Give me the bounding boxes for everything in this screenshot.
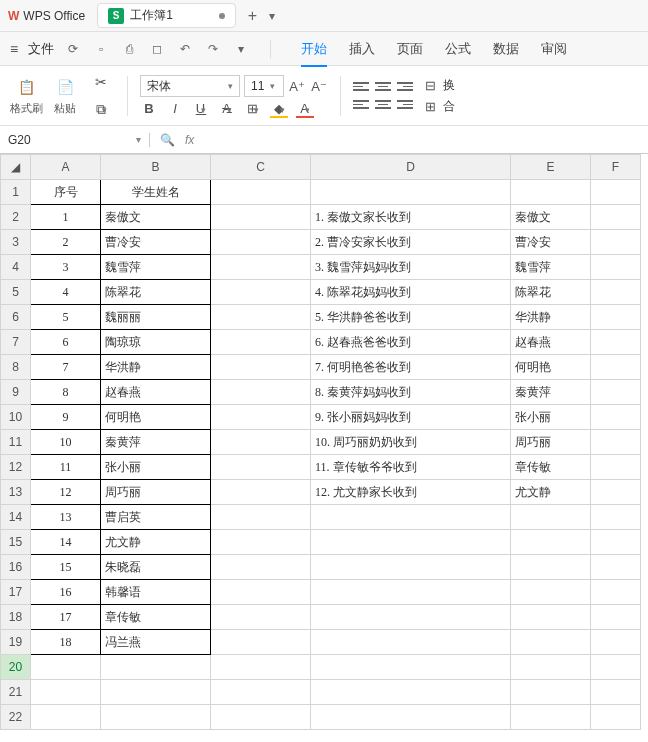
file-menu[interactable]: 文件 — [28, 40, 54, 58]
cell[interactable]: 何明艳 — [101, 405, 211, 430]
preview-icon[interactable]: ◻ — [148, 40, 166, 58]
tab-formula[interactable]: 公式 — [445, 40, 471, 58]
col-header-F[interactable]: F — [591, 155, 641, 180]
row-header[interactable]: 6 — [1, 305, 31, 330]
hamburger-icon[interactable]: ≡ — [10, 41, 18, 57]
more-icon[interactable]: ▾ — [232, 40, 250, 58]
cell[interactable] — [211, 255, 311, 280]
cell[interactable] — [511, 180, 591, 205]
row-header[interactable]: 4 — [1, 255, 31, 280]
strike-button[interactable]: A▾ — [218, 101, 236, 116]
wrap-icon[interactable]: ⊟ — [421, 78, 439, 93]
cell[interactable] — [31, 680, 101, 705]
cell[interactable]: 序号 — [31, 180, 101, 205]
row-header[interactable]: 12 — [1, 455, 31, 480]
decrease-font-icon[interactable]: A⁻ — [310, 79, 328, 94]
sync-icon[interactable]: ⟳ — [64, 40, 82, 58]
cell[interactable]: 华洪静 — [101, 355, 211, 380]
cell[interactable]: 1 — [31, 205, 101, 230]
cell[interactable] — [211, 680, 311, 705]
cell[interactable]: 魏雪萍 — [101, 255, 211, 280]
row-header[interactable]: 15 — [1, 530, 31, 555]
cell[interactable] — [211, 605, 311, 630]
cell[interactable]: 韩馨语 — [101, 580, 211, 605]
cell[interactable]: 华洪静 — [511, 305, 591, 330]
cell[interactable]: 11. 章传敏爷爷收到 — [311, 455, 511, 480]
align-left-icon[interactable] — [353, 98, 369, 112]
cell[interactable]: 11 — [31, 455, 101, 480]
cell[interactable] — [511, 555, 591, 580]
cell[interactable] — [311, 555, 511, 580]
cell[interactable]: 张小丽 — [101, 455, 211, 480]
cell[interactable] — [211, 455, 311, 480]
cut-icon[interactable]: ✂ — [87, 70, 115, 94]
cell[interactable]: 魏雪萍 — [511, 255, 591, 280]
tab-data[interactable]: 数据 — [493, 40, 519, 58]
format-brush-icon[interactable]: 📋 — [13, 75, 41, 99]
cell[interactable]: 18 — [31, 630, 101, 655]
borders-button[interactable]: ⊞▾ — [244, 101, 262, 116]
cell[interactable] — [211, 330, 311, 355]
row-header[interactable]: 5 — [1, 280, 31, 305]
cell[interactable] — [591, 480, 641, 505]
cell[interactable]: 秦黄萍 — [511, 380, 591, 405]
cell[interactable]: 曹冷安 — [511, 230, 591, 255]
cell[interactable] — [31, 705, 101, 730]
tab-page[interactable]: 页面 — [397, 40, 423, 58]
cell[interactable] — [511, 630, 591, 655]
row-header[interactable]: 22 — [1, 705, 31, 730]
fx-icon[interactable]: fx — [185, 133, 194, 147]
cell[interactable] — [101, 680, 211, 705]
chevron-down-icon[interactable]: ▾ — [136, 134, 141, 145]
cell[interactable] — [511, 705, 591, 730]
col-header-D[interactable]: D — [311, 155, 511, 180]
row-header[interactable]: 17 — [1, 580, 31, 605]
cell[interactable] — [591, 430, 641, 455]
cell[interactable]: 赵春燕 — [101, 380, 211, 405]
col-header-B[interactable]: B — [101, 155, 211, 180]
cell[interactable]: 14 — [31, 530, 101, 555]
cell[interactable]: 章传敏 — [101, 605, 211, 630]
cell[interactable] — [311, 180, 511, 205]
row-header[interactable]: 10 — [1, 405, 31, 430]
copy-icon[interactable]: ⧉▾ — [87, 98, 115, 122]
undo-icon[interactable]: ↶ — [176, 40, 194, 58]
align-bottom-icon[interactable] — [397, 80, 413, 94]
cell[interactable]: 17 — [31, 605, 101, 630]
tab-insert[interactable]: 插入 — [349, 40, 375, 58]
cell[interactable]: 陶琼琼 — [101, 330, 211, 355]
cell[interactable] — [591, 280, 641, 305]
cell[interactable] — [211, 230, 311, 255]
row-header[interactable]: 9 — [1, 380, 31, 405]
cell[interactable]: 秦傲文 — [101, 205, 211, 230]
row-header[interactable]: 16 — [1, 555, 31, 580]
cell[interactable]: 秦傲文 — [511, 205, 591, 230]
cell[interactable]: 15 — [31, 555, 101, 580]
cell[interactable]: 曹启英 — [101, 505, 211, 530]
font-size-select[interactable]: 11▾ — [244, 75, 284, 97]
cell[interactable]: 7. 何明艳爸爸收到 — [311, 355, 511, 380]
font-select[interactable]: 宋体▾ — [140, 75, 240, 97]
row-header[interactable]: 14 — [1, 505, 31, 530]
cell[interactable] — [591, 530, 641, 555]
cell[interactable]: 3 — [31, 255, 101, 280]
fill-color-button[interactable]: ◆▾ — [270, 101, 288, 116]
cell[interactable] — [211, 580, 311, 605]
font-color-button[interactable]: A▾ — [296, 101, 314, 116]
cell[interactable] — [211, 530, 311, 555]
cell[interactable]: 6. 赵春燕爸爸收到 — [311, 330, 511, 355]
cell[interactable] — [101, 655, 211, 680]
cell[interactable]: 2 — [31, 230, 101, 255]
cell[interactable] — [591, 630, 641, 655]
tab-review[interactable]: 审阅 — [541, 40, 567, 58]
cell[interactable]: 9. 张小丽妈妈收到 — [311, 405, 511, 430]
cell[interactable] — [591, 555, 641, 580]
italic-button[interactable]: I — [166, 101, 184, 116]
search-icon[interactable]: 🔍 — [160, 133, 175, 147]
cell[interactable]: 12 — [31, 480, 101, 505]
cell[interactable]: 尤文静 — [511, 480, 591, 505]
save-icon[interactable]: ▫ — [92, 40, 110, 58]
select-all-corner[interactable]: ◢ — [1, 155, 31, 180]
cell[interactable] — [591, 255, 641, 280]
cell[interactable] — [511, 605, 591, 630]
